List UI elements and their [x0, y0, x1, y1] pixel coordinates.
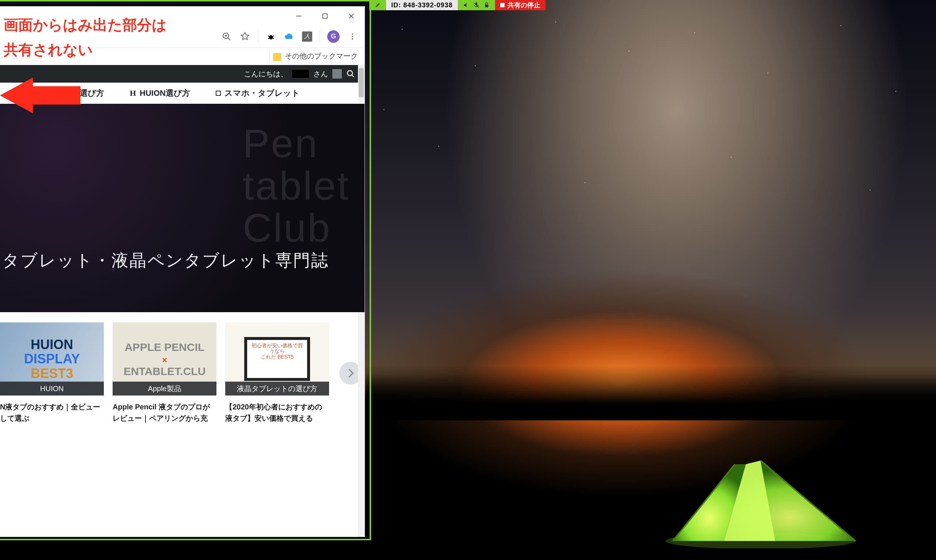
bookmark-bar: その他のブックマーク	[0, 48, 365, 65]
lock-icon[interactable]	[483, 2, 490, 8]
mic-icon[interactable]	[473, 2, 480, 8]
card-badge: HUION	[0, 382, 104, 395]
hero-watermark: Pen tablet Club	[243, 122, 350, 249]
menu-item-huion[interactable]: H HUION選び方	[130, 88, 190, 99]
card-badge: Apple製品	[112, 382, 217, 395]
user-avatar-icon[interactable]	[333, 69, 342, 78]
greeting-prefix: こんにちは、	[244, 69, 288, 79]
scrollbar-thumb[interactable]	[359, 68, 364, 97]
browser-toolbar: 人 G	[0, 26, 365, 48]
card-caption: N液タブのおすすめ｜全ビューして選ぶ	[0, 395, 104, 424]
svg-line-12	[268, 36, 269, 37]
svg-rect-2	[485, 5, 488, 8]
stop-share-button[interactable]: 共有の停止	[495, 0, 545, 10]
other-bookmarks-label[interactable]: その他のブックマーク	[285, 51, 358, 61]
toolbar-divider	[320, 31, 320, 42]
window-close-button[interactable]	[338, 6, 365, 26]
card-apple-pencil[interactable]: APPLE PENCIL×ENTABLET.CLU Apple製品 Apple …	[112, 322, 217, 424]
window-titlebar[interactable]	[0, 6, 365, 26]
card-badge: 液晶タブレットの選び方	[225, 382, 329, 395]
share-brush-icon[interactable]	[369, 0, 386, 10]
svg-line-14	[268, 38, 269, 39]
bookmark-divider	[269, 52, 269, 61]
page-viewport: こんにちは、 さん ― XP-PEN選び方 H HUION選び方 スマホ・タブレ…	[0, 65, 365, 537]
wallpaper-tent	[651, 453, 870, 548]
folder-icon	[273, 53, 281, 60]
svg-line-20	[352, 75, 354, 77]
search-icon[interactable]	[346, 69, 355, 78]
square-icon	[216, 91, 221, 96]
extension-cloud-icon[interactable]	[284, 31, 295, 42]
profile-avatar[interactable]: G	[327, 30, 340, 43]
window-maximize-button[interactable]	[312, 6, 338, 26]
svg-point-18	[352, 38, 353, 40]
bookmark-star-icon[interactable]	[240, 31, 251, 42]
hero-banner: Pen tablet Club タブレット・液晶ペンタブレット専門誌	[0, 104, 365, 312]
card-carousel: HUIONDISPLAYBEST3 HUION N液タブのおすすめ｜全ビューして…	[0, 312, 365, 424]
speaker-icon[interactable]	[463, 2, 470, 8]
svg-line-8	[228, 38, 230, 40]
svg-line-13	[272, 36, 274, 37]
svg-line-15	[272, 38, 274, 39]
menu-item-smartphone[interactable]: スマホ・タブレット	[216, 88, 300, 99]
extension-pdf-icon[interactable]: 人	[302, 31, 312, 42]
card-caption: 【2020年初心者におすすめの液タブ】安い価格で買える	[225, 395, 329, 424]
menu-label: スマホ・タブレット	[225, 88, 300, 99]
huion-h-icon: H	[130, 88, 136, 98]
zoom-icon[interactable]	[221, 31, 232, 42]
redacted-name	[292, 70, 309, 78]
stop-share-label: 共有の停止	[508, 1, 540, 9]
extension-bug-icon[interactable]	[265, 31, 276, 42]
svg-marker-21	[0, 77, 80, 113]
greeting-suffix: さん	[313, 69, 328, 79]
share-control-bar: ID: 848-3392-0938 共有の停止	[369, 0, 545, 10]
card-caption: Apple Pencil 液タブのプロがレビュー｜ペアリングから充	[112, 395, 217, 424]
svg-point-17	[352, 36, 353, 37]
svg-point-19	[347, 71, 353, 76]
share-id-label: ID: 848-3392-0938	[386, 0, 458, 10]
window-minimize-button[interactable]	[286, 6, 312, 26]
svg-rect-4	[323, 14, 327, 18]
menu-label: HUION選び方	[140, 88, 190, 99]
svg-point-16	[352, 33, 353, 35]
annotation-arrow	[0, 75, 80, 115]
toolbar-divider	[258, 31, 258, 42]
wallpaper-treeline	[366, 366, 936, 420]
hero-tagline: タブレット・液晶ペンタブレット専門誌	[0, 249, 329, 312]
card-beginner-tablet[interactable]: 初心者が安い価格で買うならこれだ BEST5 液晶タブレットの選び方 【2020…	[225, 322, 329, 424]
kebab-menu-icon[interactable]	[347, 31, 358, 42]
card-huion[interactable]: HUIONDISPLAYBEST3 HUION N液タブのおすすめ｜全ビューして…	[0, 322, 104, 424]
svg-point-11	[269, 35, 273, 40]
